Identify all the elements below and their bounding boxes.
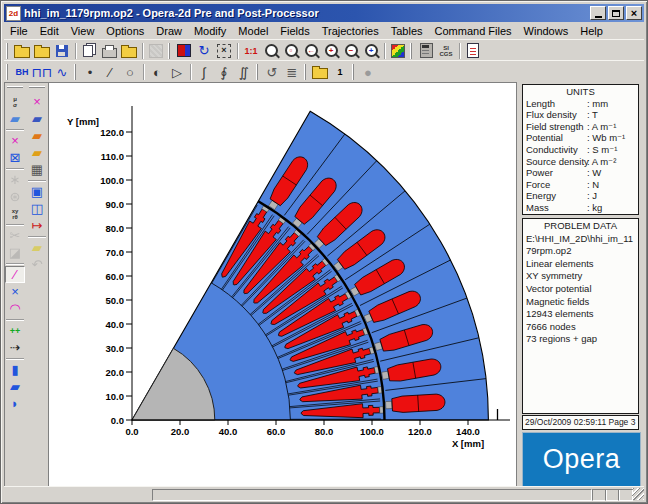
open-file-icon	[14, 47, 30, 58]
unit-row: Mass: kg	[526, 202, 635, 214]
clear-window-button[interactable]: ×	[214, 41, 234, 60]
fill-sector-button[interactable]: ◗	[5, 395, 25, 412]
maximize-button[interactable]	[608, 6, 624, 20]
print-button[interactable]	[99, 41, 119, 60]
menu-item-draw[interactable]: Draw	[150, 24, 188, 38]
save-button[interactable]	[52, 41, 72, 60]
menu-item-edit[interactable]: Edit	[34, 24, 65, 38]
unit-label: Length	[526, 98, 587, 110]
material-properties-button[interactable]: μσ	[5, 93, 25, 110]
toolbar-separator	[190, 64, 191, 80]
move-region-button[interactable]: ▰	[27, 110, 47, 127]
toolbar-separator	[237, 43, 238, 59]
calculator-button[interactable]	[416, 41, 436, 60]
zoom-in-button[interactable]: +	[321, 41, 341, 60]
draw-point-button[interactable]: •	[80, 63, 100, 82]
menu-item-help[interactable]: Help	[574, 24, 609, 38]
bh-curve-button[interactable]: BH	[12, 63, 32, 82]
menu-item-fields[interactable]: Fields	[274, 24, 315, 38]
region-fill-button[interactable]: ▣	[27, 183, 47, 200]
area-integral-button[interactable]: ∬	[234, 63, 254, 82]
units-si-cgs-button[interactable]: SICGS	[436, 41, 456, 60]
line-tool-button[interactable]: ∕	[5, 266, 25, 283]
curve-tool-button[interactable]: ×	[5, 283, 25, 300]
arc-tool-button[interactable]: ◠	[5, 300, 25, 317]
copy-region-button[interactable]: ▰	[27, 127, 47, 144]
svg-text:20.0: 20.0	[106, 367, 125, 378]
winding-button[interactable]: ⊓⊓	[32, 63, 52, 82]
unit-row: Power: W	[526, 167, 635, 179]
pick-delete-button[interactable]: ×	[27, 93, 47, 110]
copy-button[interactable]	[79, 41, 99, 60]
toolbar-secondary: BH⊓⊓∿•∕○◐▷∫∮∬↺≣1●	[4, 60, 644, 83]
title-bar[interactable]: 2d hhi_im_1179rpm.op2 - Opera-2d Pre and…	[4, 4, 644, 22]
svg-text:90.0: 90.0	[106, 199, 125, 210]
menu-item-file[interactable]: File	[4, 24, 34, 38]
draw-line-button[interactable]: ∕	[100, 63, 120, 82]
duplicate-region-button[interactable]: ◫	[27, 200, 47, 217]
modify-region-button[interactable]: ⊠	[5, 149, 25, 166]
draw-circle-button[interactable]: ○	[120, 63, 140, 82]
menu-item-view[interactable]: View	[65, 24, 101, 38]
svg-text:120.0: 120.0	[100, 127, 124, 138]
contour-palette-button[interactable]	[388, 41, 408, 60]
export-region-button[interactable]: ↦	[27, 217, 47, 234]
zoom-region-button[interactable]: ▫	[281, 41, 301, 60]
page-number-box[interactable]: 1	[330, 63, 350, 82]
fill-quadrilateral-button[interactable]: ▰	[5, 378, 25, 395]
rotate-view-button[interactable]: ↺	[262, 63, 282, 82]
delete-button[interactable]: ×	[5, 132, 25, 149]
winding-icon: ⊓⊓	[32, 63, 52, 82]
mesh-region-button[interactable]: ▦	[27, 161, 47, 178]
close-button[interactable]: ×	[626, 6, 642, 20]
zoom-1-1-button[interactable]: 1:1	[241, 41, 261, 60]
show-regions-button[interactable]	[174, 41, 194, 60]
menu-item-tables[interactable]: Tables	[385, 24, 429, 38]
toolbar-separator	[6, 319, 24, 320]
region-button[interactable]: ▰	[5, 110, 25, 127]
minimize-button[interactable]	[590, 6, 606, 20]
integral-button[interactable]: ∫	[194, 63, 214, 82]
lens-button[interactable]: ◐	[147, 63, 167, 82]
copy-icon	[83, 45, 93, 57]
delete-region-button[interactable]: ▰	[27, 144, 47, 161]
polygon-button[interactable]: ▷	[167, 63, 187, 82]
menu-item-command-files[interactable]: Command Files	[429, 24, 518, 38]
zoom-window-button[interactable]	[261, 41, 281, 60]
line-integral-button[interactable]: ∮	[214, 63, 234, 82]
redraw-button[interactable]: ↻	[194, 41, 214, 60]
menu-item-trajectories[interactable]: Trajectories	[316, 24, 385, 38]
mesh-region-icon: ▦	[31, 160, 43, 179]
menu-item-model[interactable]: Model	[232, 24, 274, 38]
open-model-button[interactable]	[32, 41, 52, 60]
zoom-out-icon: −	[345, 44, 358, 57]
plot-canvas[interactable]: 0.020.040.060.080.0100.0120.0140.00.010.…	[48, 82, 521, 487]
unit-label: Potential	[526, 132, 587, 144]
marker-button[interactable]: ●	[358, 63, 378, 82]
svg-text:100.0: 100.0	[100, 175, 124, 186]
body-list-icon: ≣	[287, 63, 298, 82]
open-post-button[interactable]	[310, 63, 330, 82]
y-axis-label: Y [mm]	[67, 116, 99, 127]
coil-button[interactable]: ∿	[52, 63, 72, 82]
zoom-previous-button[interactable]: ←	[301, 41, 321, 60]
snap-move-button[interactable]: ⇢	[5, 339, 25, 356]
open-file-button[interactable]	[12, 41, 32, 60]
menu-item-windows[interactable]: Windows	[518, 24, 575, 38]
zoom-extent-button[interactable]: +	[361, 41, 381, 60]
report-button[interactable]	[463, 41, 483, 60]
coordinates-button[interactable]: xyrθ	[5, 205, 25, 222]
eraser-button[interactable]: ▰	[27, 239, 47, 256]
fill-rectangle-button[interactable]: ▮	[5, 361, 25, 378]
menu-item-modify[interactable]: Modify	[188, 24, 232, 38]
unit-label: Force	[526, 179, 587, 191]
snap-grid-button: ∗	[5, 171, 25, 188]
add-points-button[interactable]: ++	[5, 322, 25, 339]
import-file-button[interactable]	[119, 41, 139, 60]
resize-grip[interactable]	[632, 488, 644, 500]
menu-item-options[interactable]: Options	[100, 24, 150, 38]
redraw-icon: ↻	[199, 41, 210, 60]
zoom-out-button[interactable]: −	[341, 41, 361, 60]
unit-label: Flux density	[526, 109, 587, 121]
body-list-button[interactable]: ≣	[282, 63, 302, 82]
